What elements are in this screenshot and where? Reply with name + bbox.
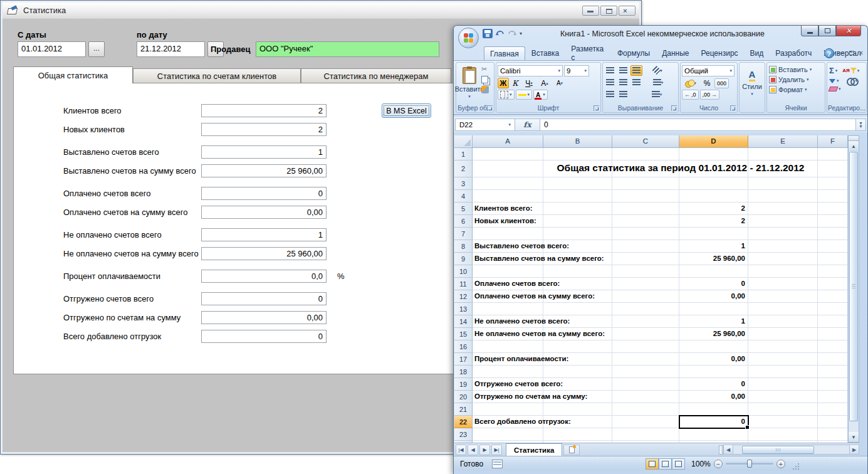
cell-A7[interactable]	[473, 228, 543, 240]
cell-C4[interactable]	[612, 190, 679, 203]
stats-tab-2[interactable]: Статистика по счетам клиентов	[133, 68, 301, 83]
cell-C1[interactable]	[612, 148, 679, 161]
cell-E21[interactable]	[748, 403, 818, 416]
field-value-7[interactable]: 1	[201, 228, 327, 241]
column-header-D[interactable]: D	[679, 135, 748, 148]
cell-B4[interactable]	[543, 190, 612, 203]
cell-D20[interactable]: 0,00	[679, 391, 748, 403]
scroll-right-icon[interactable]: ▶	[849, 445, 859, 455]
office-button[interactable]	[458, 28, 479, 48]
export-to-excel-button[interactable]: В MS Excel	[382, 103, 431, 118]
row-header-19[interactable]: 19	[454, 378, 473, 391]
cell-F19[interactable]	[818, 378, 847, 391]
cell-E11[interactable]	[748, 278, 818, 290]
row-header-22[interactable]: 22	[454, 416, 473, 428]
undo-icon[interactable]	[496, 30, 505, 38]
cell-F18[interactable]	[818, 366, 847, 378]
from-date-browse-button[interactable]: ...	[88, 41, 105, 57]
field-value-10[interactable]: 0	[201, 292, 327, 305]
cell-F20[interactable]	[818, 391, 847, 403]
cell-F15[interactable]	[818, 328, 847, 340]
cell-D21[interactable]	[679, 403, 748, 416]
row-header-13[interactable]: 13	[454, 303, 473, 315]
column-header-B[interactable]: B	[543, 135, 612, 148]
ribbon-tab-6[interactable]: Рецензирс	[695, 46, 743, 60]
redo-icon[interactable]	[508, 30, 516, 38]
ribbon-tab-1[interactable]: Главная	[484, 46, 525, 60]
cell-D4[interactable]	[679, 190, 748, 203]
normal-view-button[interactable]	[646, 458, 659, 470]
cell-E1[interactable]	[748, 148, 818, 161]
cell-F13[interactable]	[818, 303, 847, 315]
scroll-down-icon[interactable]: ▼	[849, 432, 859, 442]
row-header-6[interactable]: 6	[454, 215, 473, 228]
copy-icon[interactable]	[481, 76, 488, 83]
qat-customize-icon[interactable]: ▾	[520, 31, 522, 36]
workbook-restore-icon[interactable]	[849, 50, 854, 56]
cell-A6[interactable]: Новых клиентов:	[473, 215, 543, 228]
cell-D11[interactable]: 0	[679, 278, 748, 290]
cell-D12[interactable]: 0,00	[679, 290, 748, 303]
cell-F9[interactable]	[818, 253, 847, 265]
cell-C6[interactable]	[612, 215, 679, 228]
field-value-8[interactable]: 25 960,00	[201, 247, 327, 260]
field-value-4[interactable]: 25 960,00	[201, 164, 327, 177]
stats-tab-3[interactable]: Статистика по менеджерам	[301, 68, 451, 83]
cell-A21[interactable]	[473, 403, 543, 416]
column-header-A[interactable]: A	[473, 135, 543, 148]
field-value-12[interactable]: 0	[201, 330, 327, 343]
cell-C23[interactable]	[612, 428, 679, 441]
statistics-titlebar[interactable]: Статистика ×	[3, 3, 639, 19]
row-header-8[interactable]: 8	[454, 240, 473, 253]
cell-D14[interactable]: 1	[679, 315, 748, 328]
cell-C3[interactable]	[612, 177, 679, 190]
cell-E7[interactable]	[748, 228, 818, 240]
cell-E14[interactable]	[748, 315, 818, 328]
cell-F7[interactable]	[818, 228, 847, 240]
align-right-button[interactable]	[630, 77, 642, 88]
fill-button[interactable]: ▾	[829, 78, 840, 84]
cell-C5[interactable]	[612, 203, 679, 215]
cell-D16[interactable]	[679, 340, 748, 353]
cell-B13[interactable]	[543, 303, 612, 315]
workbook-close-icon[interactable]: ✕	[859, 50, 864, 56]
cell-C11[interactable]	[612, 278, 679, 290]
resize-grip[interactable]	[792, 463, 800, 471]
cell-F4[interactable]	[818, 190, 847, 203]
row-header-1[interactable]: 1	[454, 148, 473, 161]
cell-E4[interactable]	[748, 190, 818, 203]
cell-E5[interactable]	[748, 203, 818, 215]
ribbon-tab-7[interactable]: Вид	[745, 46, 770, 60]
ribbon-tab-8[interactable]: Разработч	[770, 46, 817, 60]
cell-D9[interactable]: 25 960,00	[679, 253, 748, 265]
paste-button[interactable]: Вставить ▾	[458, 64, 481, 102]
cell-A11[interactable]: Оплачено счетов всего:	[473, 278, 543, 290]
grow-font-button[interactable]: A▴	[538, 78, 552, 88]
cell-B3[interactable]	[543, 177, 612, 190]
zoom-slider[interactable]	[726, 463, 773, 465]
minimize-button[interactable]	[582, 6, 599, 16]
excel-close-button[interactable]: ✕	[836, 26, 861, 36]
cell-C14[interactable]	[612, 315, 679, 328]
orientation-button[interactable]: ▾	[649, 65, 667, 76]
cell-F21[interactable]	[818, 403, 847, 416]
field-value-9[interactable]: 0,0	[201, 270, 327, 283]
cell-E15[interactable]	[748, 328, 818, 340]
cell-E22[interactable]	[748, 416, 818, 428]
row-header-10[interactable]: 10	[454, 265, 473, 278]
cell-B23[interactable]	[543, 428, 612, 441]
cell-A14[interactable]: Не оплачено счетов всего:	[473, 315, 543, 328]
page-break-view-button[interactable]	[672, 458, 685, 470]
column-header-E[interactable]: E	[748, 135, 818, 148]
decrease-indent-button[interactable]	[604, 89, 616, 100]
cell-A18[interactable]	[473, 366, 543, 378]
cell-A5[interactable]: Клиентов всего:	[473, 203, 543, 215]
cell-A23[interactable]	[473, 428, 543, 441]
cell-B18[interactable]	[543, 366, 612, 378]
cell-D3[interactable]	[679, 177, 748, 190]
row-header-18[interactable]: 18	[454, 366, 473, 378]
increase-decimal-button[interactable]: ←,0	[682, 90, 699, 100]
cell-E20[interactable]	[748, 391, 818, 403]
zoom-out-icon[interactable]: −	[714, 460, 723, 468]
cell-C17[interactable]	[612, 353, 679, 366]
